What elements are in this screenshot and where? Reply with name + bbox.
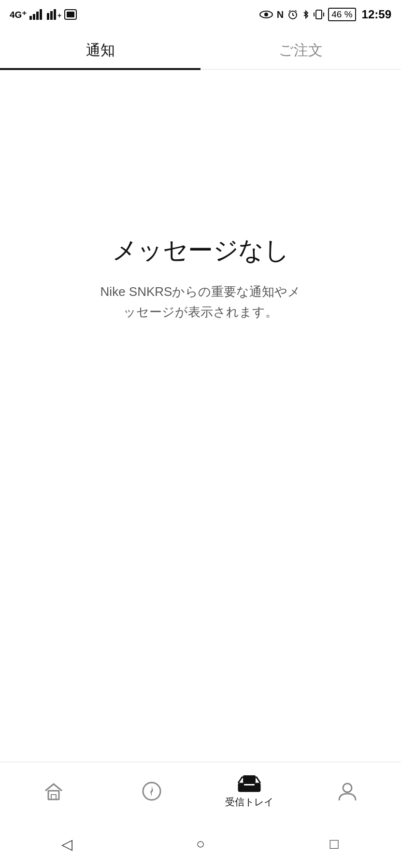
person-icon (337, 781, 358, 801)
tab-orders[interactable]: ご注文 (200, 29, 401, 69)
svg-rect-9 (67, 12, 74, 17)
home-button[interactable]: ○ (188, 832, 213, 856)
sim-icon (64, 9, 77, 20)
svg-rect-3 (40, 9, 42, 20)
nav-profile[interactable] (299, 781, 397, 801)
svg-rect-5 (50, 11, 53, 20)
bluetooth-icon (302, 9, 310, 20)
svg-rect-2 (36, 12, 39, 20)
svg-rect-28 (244, 784, 255, 785)
status-right: N 46 % 12:59 (259, 8, 391, 21)
eye-icon (259, 9, 273, 20)
svg-marker-25 (150, 791, 152, 797)
compass-icon (142, 781, 162, 801)
bottom-nav: 受信トレイ (0, 762, 401, 820)
svg-rect-6 (54, 9, 56, 20)
svg-line-15 (289, 10, 290, 12)
svg-rect-17 (316, 10, 322, 19)
empty-state: メッセージなし Nike SNKRSからの重要な通知やメッセージが表示されます。 (0, 70, 401, 351)
svg-point-11 (264, 13, 268, 16)
home-icon (43, 782, 64, 800)
svg-rect-4 (47, 13, 49, 20)
svg-rect-1 (33, 14, 35, 20)
nav-home[interactable] (5, 782, 103, 800)
battery-level: 46 % (328, 8, 356, 21)
signal-extra-icon: + (47, 9, 61, 20)
svg-rect-0 (29, 16, 32, 20)
signal-text: 4G⁺ (10, 9, 27, 20)
empty-description: Nike SNKRSからの重要な通知やメッセージが表示されます。 (94, 282, 307, 322)
alarm-icon (287, 9, 298, 20)
tab-notifications[interactable]: 通知 (0, 29, 200, 69)
system-nav: ◁ ○ □ (0, 820, 401, 868)
status-left: 4G⁺ + (10, 9, 77, 20)
svg-text:+: + (57, 12, 61, 19)
svg-marker-24 (152, 786, 153, 791)
nav-explore[interactable] (103, 781, 201, 801)
svg-line-16 (295, 10, 297, 12)
vibrate-icon (314, 9, 324, 20)
svg-rect-27 (243, 775, 256, 783)
empty-title: メッセージなし (112, 234, 289, 267)
status-bar: 4G⁺ + N (0, 0, 401, 29)
inbox-label: 受信トレイ (225, 796, 273, 809)
signal-bars-icon (29, 9, 43, 20)
back-button[interactable]: ◁ (55, 832, 79, 856)
svg-point-29 (343, 784, 352, 792)
nav-inbox[interactable]: 受信トレイ (200, 773, 299, 809)
nfc-icon: N (277, 9, 284, 20)
inbox-icon (237, 773, 261, 793)
tab-bar: 通知 ご注文 (0, 29, 401, 70)
time-display: 12:59 (362, 8, 391, 21)
recent-button[interactable]: □ (322, 832, 346, 856)
